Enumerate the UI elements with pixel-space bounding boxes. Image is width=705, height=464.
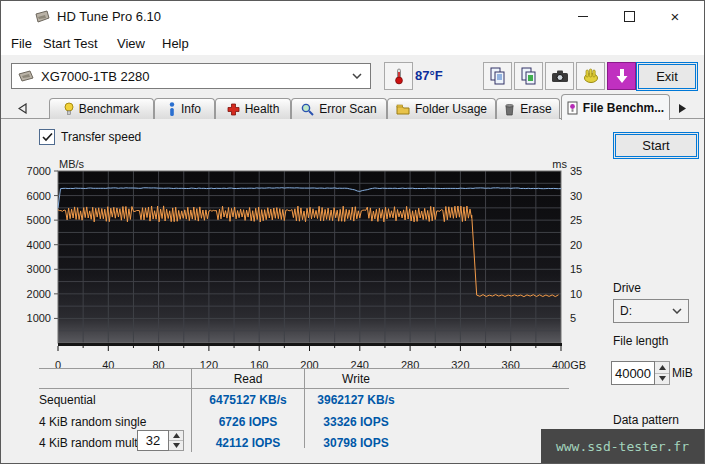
random-multi-write-value: 30798 IOPS (301, 436, 411, 450)
svg-text:7000: 7000 (27, 165, 51, 177)
menu-bar: File Start Test View Help (1, 31, 704, 55)
sequential-write-value: 3962127 KB/s (301, 393, 411, 407)
camera-icon (551, 69, 569, 83)
tab-benchmark-label: Benchmark (79, 102, 140, 116)
temperature-value: 87°F (415, 68, 443, 83)
copy-text-button[interactable] (483, 62, 512, 90)
transfer-speed-chart: 04080120160200240280320360400GB100020003… (1, 159, 601, 371)
svg-text:5: 5 (570, 312, 576, 324)
health-cross-icon (227, 103, 240, 116)
info-icon (168, 102, 176, 116)
exit-button[interactable]: Exit (636, 62, 698, 91)
transfer-speed-checkbox[interactable]: Transfer speed (39, 129, 141, 145)
watermark: www.ssd-tester.fr (541, 429, 704, 463)
sequential-read-value: 6475127 KB/s (193, 393, 303, 407)
copy-icon (489, 67, 507, 85)
donate-button[interactable] (576, 62, 605, 90)
random-single-write-value: 33326 IOPS (301, 415, 411, 429)
menu-start-test[interactable]: Start Test (39, 34, 102, 53)
tab-health-label: Health (245, 102, 280, 116)
svg-text:20: 20 (570, 239, 582, 251)
column-header-write: Write (301, 372, 411, 386)
file-benchmark-page: Transfer speed 0408012016020024028032036… (1, 119, 704, 463)
row-label-sequential: Sequential (39, 393, 96, 407)
tab-scroll-left-button[interactable] (15, 101, 29, 115)
tab-erase[interactable]: Erase (496, 98, 560, 119)
menu-file[interactable]: File (7, 34, 36, 53)
tab-health[interactable]: Health (215, 98, 291, 119)
tab-error-scan[interactable]: Error Scan (291, 98, 387, 119)
tab-strip: Benchmark Info Health Error Scan Folder … (1, 97, 704, 119)
drive-dropdown-value: D: (620, 304, 672, 318)
copy-image-button[interactable] (514, 62, 543, 90)
queue-depth-input[interactable]: 32 (137, 430, 169, 451)
spin-up-button[interactable] (169, 431, 183, 441)
file-benchmark-icon (567, 101, 578, 115)
app-disk-icon (34, 10, 50, 24)
arrow-up-icon (173, 433, 180, 438)
svg-text:4000: 4000 (27, 239, 51, 251)
tab-error-scan-label: Error Scan (319, 102, 376, 116)
maximize-button[interactable] (606, 1, 652, 31)
save-results-button[interactable] (607, 62, 636, 90)
tab-erase-label: Erase (520, 102, 551, 116)
tab-scroll-right-button[interactable] (675, 101, 689, 115)
toolbar: XG7000-1TB 2280 87°F (1, 55, 704, 97)
tab-file-benchmark[interactable]: File Benchm... (561, 94, 670, 120)
chart-canvas: 04080120160200240280320360400GB100020003… (1, 159, 601, 371)
drive-selector-combo[interactable]: XG7000-1TB 2280 (11, 63, 371, 89)
check-icon (42, 132, 53, 142)
tab-benchmark[interactable]: Benchmark (49, 98, 154, 119)
file-length-label: File length (613, 334, 668, 348)
random-single-read-value: 6726 IOPS (193, 415, 303, 429)
title-bar: HD Tune Pro 6.10 × (1, 1, 704, 31)
drive-dropdown[interactable]: D: (613, 299, 689, 323)
table-line (191, 368, 192, 452)
tab-info[interactable]: Info (154, 98, 215, 119)
checkbox-box (39, 129, 55, 145)
row-label-random-multi: 4 KiB random multi (39, 436, 140, 450)
row-label-random-single: 4 KiB random single (39, 415, 146, 429)
thermometer-icon (394, 67, 404, 85)
temperature-button[interactable] (384, 62, 413, 90)
svg-text:MB/s: MB/s (59, 159, 85, 170)
copy-image-icon (520, 67, 538, 85)
bulb-icon (64, 102, 74, 116)
drive-selector-value: XG7000-1TB 2280 (41, 69, 149, 84)
arrow-down-icon (173, 443, 180, 448)
minimize-icon (578, 16, 588, 17)
random-multi-read-value: 42112 IOPS (193, 436, 303, 450)
menu-view[interactable]: View (113, 34, 149, 53)
drive-label: Drive (613, 281, 641, 295)
svg-text:1000: 1000 (27, 312, 51, 324)
hand-icon (582, 68, 600, 84)
close-icon: × (671, 8, 680, 25)
tab-folder-usage[interactable]: Folder Usage (387, 98, 496, 119)
svg-text:30: 30 (570, 190, 582, 202)
svg-text:10: 10 (570, 288, 582, 300)
svg-text:3000: 3000 (27, 263, 51, 275)
maximize-icon (624, 11, 635, 22)
menu-help[interactable]: Help (158, 34, 193, 53)
svg-text:2000: 2000 (27, 288, 51, 300)
arrow-left-icon (18, 103, 27, 114)
spin-down-button[interactable] (169, 441, 183, 450)
start-button[interactable]: Start (613, 132, 699, 159)
arrow-right-icon (678, 103, 687, 114)
hd-tune-window: HD Tune Pro 6.10 × File Start Test View … (0, 0, 705, 464)
watermark-text: www.ssd-tester.fr (556, 439, 689, 454)
minimize-button[interactable] (560, 1, 606, 31)
svg-text:15: 15 (570, 263, 582, 275)
trash-icon (504, 103, 515, 116)
screenshot-button[interactable] (545, 62, 574, 90)
folder-icon (396, 103, 410, 115)
chevron-down-icon (672, 308, 682, 314)
tab-file-benchmark-label: File Benchm... (583, 101, 664, 115)
download-arrow-icon (615, 68, 629, 84)
svg-text:6000: 6000 (27, 190, 51, 202)
transfer-speed-label: Transfer speed (61, 130, 141, 144)
svg-text:ms: ms (552, 159, 567, 170)
svg-text:25: 25 (570, 214, 582, 226)
svg-text:35: 35 (570, 165, 582, 177)
close-button[interactable]: × (652, 1, 698, 31)
